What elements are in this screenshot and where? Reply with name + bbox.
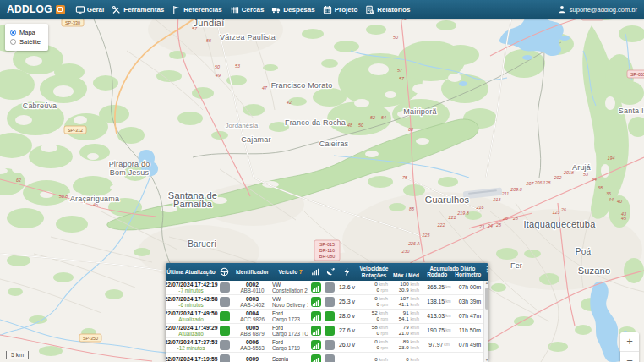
map-city-label: Caieiras	[319, 140, 349, 148]
menu-item-relatórios[interactable]: Relatórios	[365, 5, 410, 14]
vehicle-status-icon	[220, 354, 230, 362]
road-km-marker: 216	[476, 205, 484, 210]
report-icon	[365, 5, 374, 14]
road-km-marker: 62	[16, 178, 21, 183]
cell-vehicle: Scania	[272, 353, 308, 362]
radio-icon	[10, 30, 16, 36]
maptype-option-satélite[interactable]: Satélite	[10, 38, 41, 46]
signal-strength-icon	[311, 354, 321, 362]
svg-text:SP-312: SP-312	[68, 128, 83, 133]
table-row[interactable]: 22/07/2024 17:19:550009Scania0 km/h0 km/…	[166, 353, 488, 362]
map-city-label: Santa Isabel	[619, 107, 644, 115]
cell-vehicle: VWConstellation 2...	[272, 281, 308, 294]
scrollbar-thumb[interactable]	[485, 288, 488, 310]
menu-item-geral[interactable]: Geral	[75, 5, 104, 14]
road-km-marker: 68	[408, 127, 413, 132]
power-icon	[336, 263, 357, 281]
cell-rodado: 138.15 km	[422, 295, 456, 309]
road-km-marker: 207	[526, 181, 535, 186]
menu-item-projeto[interactable]: Projeto	[323, 5, 358, 14]
zoom-in-button[interactable]: +	[620, 332, 639, 352]
col-velocidade-rotacoes: VelocidadeRotações	[357, 263, 390, 281]
cell-signal	[308, 281, 323, 294]
road-shield: SP-065	[627, 70, 644, 78]
cell-voltage	[336, 353, 357, 362]
table-row[interactable]: 22/07/2024 17:43:58-6 minutos0003AAB-140…	[166, 295, 488, 310]
vehicle-status-icon	[220, 311, 230, 321]
satellite-status-icon	[325, 297, 335, 307]
map-city-label: Itaquaquecetuba	[524, 219, 597, 229]
map-city-label: Pirapora doBom Jesus	[109, 160, 150, 177]
cell-datetime: 22/07/2024 17:19:55	[166, 353, 216, 362]
map-city-label: Jordanésia	[226, 122, 259, 129]
monitor-icon	[75, 5, 85, 14]
cell-satellite	[323, 295, 336, 309]
cell-vehicle: FordCargo 1723 TOR...	[272, 324, 308, 337]
cell-horimetro	[456, 353, 483, 362]
satellite-status-icon	[325, 311, 335, 321]
table-row[interactable]: 22/07/2024 17:49:50Atualizado0004ACC 982…	[166, 310, 488, 324]
signal-strength-icon	[311, 340, 321, 350]
col-identificador: Identificador	[232, 263, 272, 281]
menu-item-ferramentas[interactable]: Ferramentas	[112, 5, 164, 14]
map-city-label: Jundiaí	[194, 18, 225, 28]
account-email: suporte@addlog.com.br	[570, 6, 637, 14]
table-row[interactable]: 22/07/2024 17:42:19-7 minutos0002ABB-011…	[166, 281, 488, 295]
cell-identifier: 0004ACC 9826	[232, 310, 272, 323]
svg-text:BR-116: BR-116	[319, 248, 335, 253]
map-city-label: Guarulhos	[425, 195, 470, 205]
menu-item-despesas[interactable]: Despesas	[271, 5, 314, 14]
calendar-icon	[323, 5, 332, 14]
app-logo-text: ADDLOG	[7, 3, 52, 15]
road-km-marker: 57	[397, 68, 403, 73]
cell-rodado: 413.03 km	[422, 310, 456, 323]
map-zoom-control: + −	[620, 332, 639, 362]
menu-item-referências[interactable]: Referências	[172, 5, 221, 14]
signal-icon	[308, 263, 323, 281]
cell-voltage: 12.6 v	[336, 281, 357, 294]
table-row[interactable]: 22/07/2024 17:37:53-12 minutos0006AAB-55…	[166, 338, 488, 353]
account-widget[interactable]: suporte@addlog.com.br	[558, 5, 637, 14]
map-city-label: Cabreúva	[23, 101, 57, 110]
road-km-marker: 128	[543, 180, 551, 185]
table-scrollbar[interactable]: ▲ ▼	[483, 281, 488, 362]
truck-icon	[271, 5, 281, 14]
cell-datetime: 22/07/2024 17:49:50Atualizado	[166, 310, 216, 323]
svg-text:SP-015: SP-015	[319, 242, 335, 247]
road-km-marker: 36	[606, 191, 611, 196]
satellite-status-icon	[325, 326, 335, 336]
road-km-marker: 226 A	[407, 241, 420, 246]
road-km-marker: 54	[381, 115, 386, 120]
cell-rodado: 97.97 km	[422, 338, 456, 352]
cell-speed-rpm: 0 km/h0 rpm	[357, 295, 390, 309]
zoom-out-button[interactable]: −	[620, 352, 639, 362]
cell-speed-rpm: 0 km/h0 rpm	[357, 338, 390, 352]
map-city-label: Fer	[510, 261, 522, 270]
cell-datetime: 22/07/2024 17:49:29Atualizado	[166, 324, 216, 337]
cell-rodado: 190.75 km	[422, 324, 456, 337]
menu-item-label: Geral	[87, 6, 104, 14]
vehicle-status-icon	[220, 326, 230, 336]
menu-item-cercas[interactable]: Cercas	[230, 5, 265, 14]
cell-satellite	[323, 353, 336, 362]
cell-signal	[308, 310, 323, 323]
col-veiculo: Veículo 7	[272, 263, 308, 281]
table-body: 22/07/2024 17:42:19-7 minutos0002ABB-011…	[166, 281, 488, 362]
table-row[interactable]: 22/07/2024 17:49:29Atualizado0005ABB 687…	[166, 324, 488, 338]
cell-datetime: 22/07/2024 17:37:53-12 minutos	[166, 338, 216, 352]
road-km-marker: 26	[502, 216, 508, 221]
road-km-marker: 23	[478, 224, 484, 229]
svg-text:SP-350: SP-350	[83, 336, 98, 341]
menu-item-label: Referências	[183, 6, 221, 14]
menu-item-label: Ferramentas	[123, 6, 164, 14]
vehicle-status-icon	[220, 340, 230, 350]
table-menu-icon[interactable]: ⋮	[483, 265, 488, 273]
map-type-control: MapaSatélite	[5, 24, 48, 51]
vehicle-status-icon	[220, 282, 230, 293]
cell-datetime: 22/07/2024 17:42:19-7 minutos	[166, 281, 216, 294]
cell-identifier: 0005ABB 6879	[232, 324, 272, 337]
cell-vehicle: FordCargo 1719	[272, 338, 308, 352]
road-km-marker: 45	[621, 216, 626, 221]
user-icon	[558, 5, 566, 14]
maptype-option-mapa[interactable]: Mapa	[10, 29, 41, 36]
